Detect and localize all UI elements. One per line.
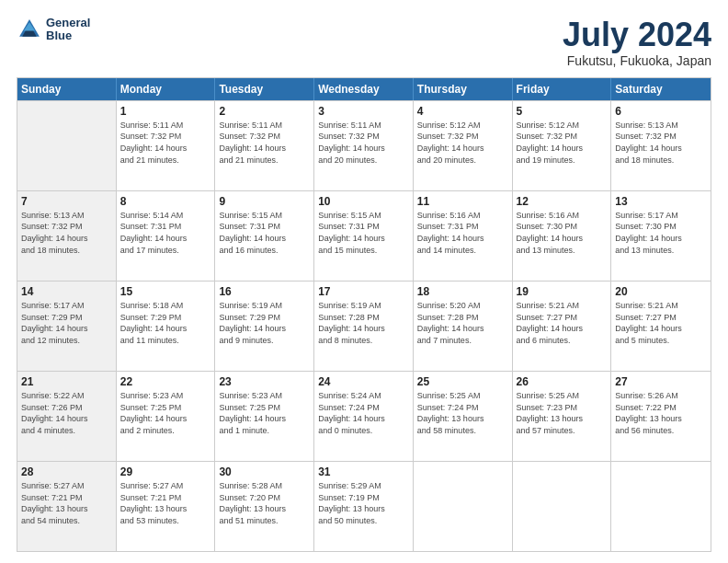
- calendar-cell: 26Sunrise: 5:25 AM Sunset: 7:23 PM Dayli…: [513, 372, 612, 461]
- title-block: July 2024 Fukutsu, Fukuoka, Japan: [563, 17, 711, 68]
- calendar-header-cell: Sunday: [17, 78, 117, 100]
- day-number: 11: [417, 194, 508, 209]
- calendar-cell: 15Sunrise: 5:18 AM Sunset: 7:29 PM Dayli…: [117, 282, 216, 371]
- calendar-row: 28Sunrise: 5:27 AM Sunset: 7:21 PM Dayli…: [17, 461, 711, 551]
- calendar-cell: 17Sunrise: 5:19 AM Sunset: 7:28 PM Dayli…: [314, 282, 414, 371]
- day-info: Sunrise: 5:15 AM Sunset: 7:31 PM Dayligh…: [219, 210, 310, 256]
- calendar-cell: [17, 101, 117, 190]
- calendar-cell: [414, 462, 513, 551]
- day-number: 15: [120, 284, 211, 299]
- calendar-header-cell: Tuesday: [215, 78, 314, 100]
- calendar-cell: 13Sunrise: 5:17 AM Sunset: 7:30 PM Dayli…: [611, 191, 711, 281]
- day-info: Sunrise: 5:23 AM Sunset: 7:25 PM Dayligh…: [219, 390, 310, 436]
- calendar-cell: 28Sunrise: 5:27 AM Sunset: 7:21 PM Dayli…: [17, 462, 117, 551]
- calendar-cell: 9Sunrise: 5:15 AM Sunset: 7:31 PM Daylig…: [215, 191, 314, 281]
- day-number: 14: [21, 284, 112, 299]
- day-info: Sunrise: 5:21 AM Sunset: 7:27 PM Dayligh…: [615, 300, 707, 346]
- calendar-cell: 19Sunrise: 5:21 AM Sunset: 7:27 PM Dayli…: [513, 282, 612, 371]
- day-info: Sunrise: 5:25 AM Sunset: 7:23 PM Dayligh…: [517, 390, 608, 436]
- calendar-header-cell: Saturday: [611, 78, 711, 100]
- day-number: 16: [219, 284, 310, 299]
- day-info: Sunrise: 5:18 AM Sunset: 7:29 PM Dayligh…: [120, 300, 211, 346]
- day-number: 23: [219, 374, 310, 389]
- day-number: 13: [615, 194, 707, 209]
- day-number: 20: [615, 284, 707, 299]
- day-info: Sunrise: 5:21 AM Sunset: 7:27 PM Dayligh…: [517, 300, 608, 346]
- calendar-cell: 1Sunrise: 5:11 AM Sunset: 7:32 PM Daylig…: [117, 101, 216, 190]
- day-info: Sunrise: 5:22 AM Sunset: 7:26 PM Dayligh…: [21, 390, 112, 436]
- logo-line1: General: [46, 17, 90, 29]
- day-info: Sunrise: 5:29 AM Sunset: 7:19 PM Dayligh…: [318, 480, 409, 526]
- calendar-cell: 27Sunrise: 5:26 AM Sunset: 7:22 PM Dayli…: [611, 372, 711, 461]
- day-number: 25: [417, 374, 508, 389]
- calendar-cell: 16Sunrise: 5:19 AM Sunset: 7:29 PM Dayli…: [215, 282, 314, 371]
- calendar-cell: 31Sunrise: 5:29 AM Sunset: 7:19 PM Dayli…: [314, 462, 414, 551]
- day-info: Sunrise: 5:14 AM Sunset: 7:31 PM Dayligh…: [120, 210, 211, 256]
- calendar-cell: 4Sunrise: 5:12 AM Sunset: 7:32 PM Daylig…: [414, 101, 513, 190]
- day-number: 4: [417, 104, 508, 119]
- day-info: Sunrise: 5:25 AM Sunset: 7:24 PM Dayligh…: [417, 390, 508, 436]
- calendar-row: 14Sunrise: 5:17 AM Sunset: 7:29 PM Dayli…: [17, 281, 711, 371]
- day-number: 9: [219, 194, 310, 209]
- day-number: 6: [615, 104, 707, 119]
- day-number: 1: [120, 104, 211, 119]
- day-number: 22: [120, 374, 211, 389]
- calendar-cell: 7Sunrise: 5:13 AM Sunset: 7:32 PM Daylig…: [17, 191, 117, 281]
- page: General Blue July 2024 Fukutsu, Fukuoka,…: [0, 0, 728, 563]
- calendar-cell: 18Sunrise: 5:20 AM Sunset: 7:28 PM Dayli…: [414, 282, 513, 371]
- calendar-cell: 11Sunrise: 5:16 AM Sunset: 7:31 PM Dayli…: [414, 191, 513, 281]
- day-info: Sunrise: 5:11 AM Sunset: 7:32 PM Dayligh…: [120, 120, 211, 166]
- calendar-row: 1Sunrise: 5:11 AM Sunset: 7:32 PM Daylig…: [17, 100, 711, 190]
- day-number: 10: [318, 194, 409, 209]
- calendar: SundayMondayTuesdayWednesdayThursdayFrid…: [17, 77, 711, 552]
- calendar-header: SundayMondayTuesdayWednesdayThursdayFrid…: [17, 78, 711, 100]
- day-number: 28: [21, 465, 112, 479]
- calendar-cell: [611, 462, 711, 551]
- day-info: Sunrise: 5:19 AM Sunset: 7:29 PM Dayligh…: [219, 300, 310, 346]
- day-info: Sunrise: 5:20 AM Sunset: 7:28 PM Dayligh…: [417, 300, 508, 346]
- day-number: 27: [615, 374, 707, 389]
- calendar-header-cell: Friday: [513, 78, 612, 100]
- calendar-cell: 23Sunrise: 5:23 AM Sunset: 7:25 PM Dayli…: [215, 372, 314, 461]
- day-info: Sunrise: 5:17 AM Sunset: 7:30 PM Dayligh…: [615, 210, 707, 256]
- main-title: July 2024: [563, 17, 711, 53]
- calendar-cell: 3Sunrise: 5:11 AM Sunset: 7:32 PM Daylig…: [314, 101, 414, 190]
- day-number: 21: [21, 374, 112, 389]
- day-number: 8: [120, 194, 211, 209]
- day-number: 26: [517, 374, 608, 389]
- calendar-body: 1Sunrise: 5:11 AM Sunset: 7:32 PM Daylig…: [17, 100, 711, 551]
- calendar-cell: 5Sunrise: 5:12 AM Sunset: 7:32 PM Daylig…: [513, 101, 612, 190]
- day-info: Sunrise: 5:19 AM Sunset: 7:28 PM Dayligh…: [318, 300, 409, 346]
- day-info: Sunrise: 5:23 AM Sunset: 7:25 PM Dayligh…: [120, 390, 211, 436]
- logo-line2: Blue: [46, 29, 90, 42]
- day-number: 3: [318, 104, 409, 119]
- day-number: 29: [120, 465, 211, 479]
- day-info: Sunrise: 5:13 AM Sunset: 7:32 PM Dayligh…: [21, 210, 112, 256]
- day-info: Sunrise: 5:26 AM Sunset: 7:22 PM Dayligh…: [615, 390, 707, 436]
- calendar-cell: 10Sunrise: 5:15 AM Sunset: 7:31 PM Dayli…: [314, 191, 414, 281]
- day-info: Sunrise: 5:16 AM Sunset: 7:30 PM Dayligh…: [517, 210, 608, 256]
- day-info: Sunrise: 5:11 AM Sunset: 7:32 PM Dayligh…: [219, 120, 310, 166]
- calendar-cell: 30Sunrise: 5:28 AM Sunset: 7:20 PM Dayli…: [215, 462, 314, 551]
- calendar-cell: 29Sunrise: 5:27 AM Sunset: 7:21 PM Dayli…: [117, 462, 216, 551]
- calendar-cell: [513, 462, 612, 551]
- header: General Blue July 2024 Fukutsu, Fukuoka,…: [17, 17, 711, 68]
- calendar-cell: 21Sunrise: 5:22 AM Sunset: 7:26 PM Dayli…: [17, 372, 117, 461]
- calendar-cell: 24Sunrise: 5:24 AM Sunset: 7:24 PM Dayli…: [314, 372, 414, 461]
- logo: General Blue: [17, 17, 90, 43]
- day-number: 17: [318, 284, 409, 299]
- day-info: Sunrise: 5:12 AM Sunset: 7:32 PM Dayligh…: [517, 120, 608, 166]
- day-number: 24: [318, 374, 409, 389]
- day-info: Sunrise: 5:13 AM Sunset: 7:32 PM Dayligh…: [615, 120, 707, 166]
- day-number: 31: [318, 465, 409, 479]
- calendar-cell: 8Sunrise: 5:14 AM Sunset: 7:31 PM Daylig…: [117, 191, 216, 281]
- day-number: 30: [219, 465, 310, 479]
- calendar-cell: 2Sunrise: 5:11 AM Sunset: 7:32 PM Daylig…: [215, 101, 314, 190]
- calendar-cell: 14Sunrise: 5:17 AM Sunset: 7:29 PM Dayli…: [17, 282, 117, 371]
- logo-icon: [17, 17, 42, 42]
- day-info: Sunrise: 5:28 AM Sunset: 7:20 PM Dayligh…: [219, 480, 310, 526]
- calendar-cell: 22Sunrise: 5:23 AM Sunset: 7:25 PM Dayli…: [117, 372, 216, 461]
- subtitle: Fukutsu, Fukuoka, Japan: [563, 53, 711, 68]
- day-info: Sunrise: 5:24 AM Sunset: 7:24 PM Dayligh…: [318, 390, 409, 436]
- calendar-cell: 6Sunrise: 5:13 AM Sunset: 7:32 PM Daylig…: [611, 101, 711, 190]
